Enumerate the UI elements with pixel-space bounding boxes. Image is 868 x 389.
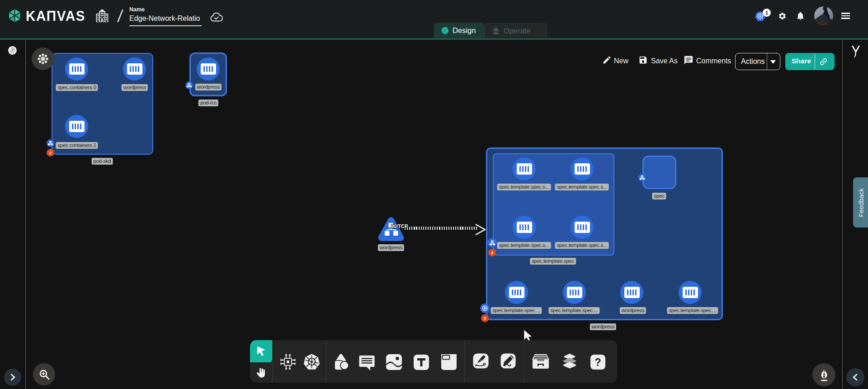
svg-text:?: ?: [594, 356, 601, 368]
